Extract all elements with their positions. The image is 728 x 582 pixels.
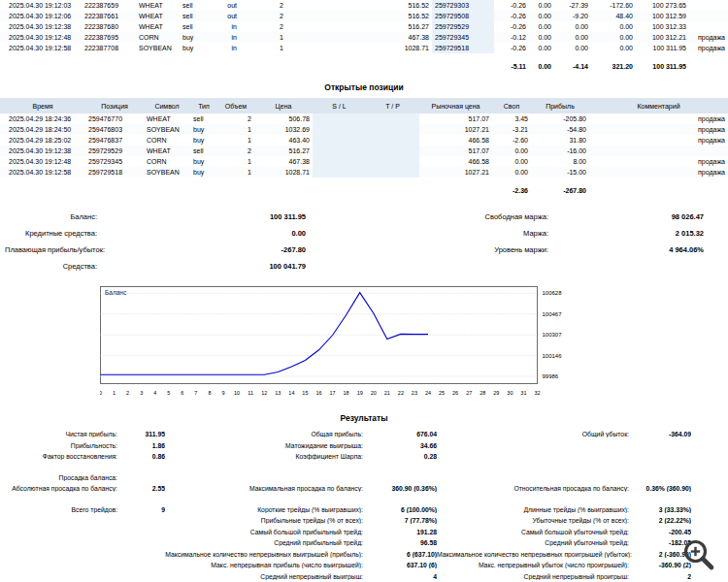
stat-label: Коэффициент Шарпа: xyxy=(165,453,367,460)
cell-volume: 2 xyxy=(217,146,254,156)
trade-report: 2025.04.30 19:12:03222387659WHEATsellout… xyxy=(0,0,728,582)
cell-time: 2025.04.30 19:12:48 xyxy=(0,32,82,43)
stat-pair: Прибыльные трейды (% от всех):7 (77.78%) xyxy=(165,517,437,524)
svg-text:99986: 99986 xyxy=(543,373,559,379)
results-row: Фактор восстановления:0.86Коэффициент Ша… xyxy=(10,451,728,463)
cell-time: 2025.04.30 19:12:38 xyxy=(0,21,82,32)
results-row: Максимальное количество непрерывных выиг… xyxy=(10,549,728,561)
cell-profit: 31.80 xyxy=(531,135,589,146)
cell-deal: 222387659 xyxy=(82,0,136,11)
cell-symbol: SOYBEAN xyxy=(144,167,190,178)
results-row: Средний непрерывный выигрыш:4Средний неп… xyxy=(10,571,728,582)
account-summary: Баланс: 100 311.95 Кредитные средства: 0… xyxy=(0,209,728,275)
cell-profit: -172.60 xyxy=(591,0,636,11)
equity-value: 100 041.79 xyxy=(97,262,306,271)
stat-value: 191.28 xyxy=(367,529,437,535)
cell-swap: -3.21 xyxy=(492,124,531,135)
cell-fee: 0.00 xyxy=(529,0,554,11)
total-fee: 0.00 xyxy=(529,53,554,72)
results-row: Средний прибыльный трейд:96.58Средний уб… xyxy=(10,537,728,549)
col-header-price: Цена xyxy=(254,98,313,113)
cell-fee: 0.00 xyxy=(529,21,554,32)
cell-time: 2025.04.30 19:12:58 xyxy=(0,167,85,178)
cell-comment: продажа xyxy=(689,43,728,53)
svg-text:21: 21 xyxy=(384,390,390,396)
stat-pair: Коэффициент Шарпа:0.28 xyxy=(165,453,437,460)
results-section: Чистая прибыль:311.95Общая прибыль:676.0… xyxy=(10,429,728,582)
col-header-time: Время xyxy=(0,98,85,113)
table-row: 2025.04.30 19:12:58222387708SOYBEANbuyin… xyxy=(0,43,728,53)
stat-label: Макс. непрерывная прибыль (число выигрыш… xyxy=(165,562,367,568)
cell-sl xyxy=(313,146,366,156)
stat-pair: Короткие трейды (% выигравших):6 (100.00… xyxy=(165,506,437,513)
stat-value: 6 (100.00%) xyxy=(367,506,437,513)
results-row: Чистая прибыль:311.95Общая прибыль:676.0… xyxy=(10,429,728,440)
stat-label: Абсолютная просадка по балансу: xyxy=(10,485,121,492)
cell-volume: 2 xyxy=(240,11,286,21)
table-row: 2025.04.30 19:12:58259729518SOYBEANbuy11… xyxy=(0,167,728,178)
stat-value: 676.04 xyxy=(367,431,437,437)
cell-tp xyxy=(366,135,419,146)
cell-price: 506.78 xyxy=(254,113,313,124)
cell-type: buy xyxy=(180,43,207,53)
cell-swap: 3.45 xyxy=(492,113,531,124)
cell-price: 467.38 xyxy=(254,156,313,167)
cell-tp xyxy=(366,146,419,156)
cell-price: 516.52 xyxy=(286,0,432,11)
cell-type: sell xyxy=(180,21,207,32)
stat-label: Максимальная просадка по балансу: xyxy=(165,485,367,492)
stat-label: Чистая прибыль: xyxy=(10,431,121,437)
cell-sl xyxy=(313,113,366,124)
svg-text:18: 18 xyxy=(344,390,349,396)
free-margin-value: 98 026.47 xyxy=(548,212,704,221)
cell-sl xyxy=(313,124,366,135)
cell-profit: -16.00 xyxy=(531,146,589,156)
cell-profit: 0.00 xyxy=(591,43,636,53)
results-row: Самый большой прибыльный трейд:191.28Сам… xyxy=(10,527,728,538)
deals-totals-row: -5.11 0.00 -4.14 321.20 100 311.95 xyxy=(0,53,728,72)
cell-commission: -0.12 xyxy=(494,32,529,43)
cell-comment: продажа xyxy=(589,156,728,167)
cell-type: sell xyxy=(190,146,217,156)
col-header-tp: T / P xyxy=(366,98,419,113)
cell-symbol: SOYBEAN xyxy=(136,43,180,53)
svg-text:28: 28 xyxy=(480,390,485,396)
zoom-in-button[interactable] xyxy=(681,537,716,572)
cell-deal: 222387680 xyxy=(82,21,136,32)
cell-symbol: CORN xyxy=(136,32,180,43)
open-positions-body: 2025.04.29 18:24:36259476770WHEATsell250… xyxy=(0,113,728,178)
stat-label: Прибыльные трейды (% от всех): xyxy=(165,517,367,524)
stat-value: 4 xyxy=(367,573,437,580)
stat-pair: Чистая прибыль:311.95 xyxy=(10,431,165,437)
positions-total-profit: -267.80 xyxy=(531,178,589,196)
chart-legend-label: Баланс xyxy=(105,289,127,296)
total-commission: -5.11 xyxy=(494,53,529,72)
cell-type: buy xyxy=(190,156,217,167)
table-row: 2025.04.30 19:12:38259729529WHEATsell251… xyxy=(0,146,728,156)
cell-comment: продажа xyxy=(589,124,728,135)
cell-profit: -54.80 xyxy=(531,124,589,135)
svg-text:27: 27 xyxy=(466,390,472,396)
stat-pair: Всего трейдов:9 xyxy=(10,506,165,513)
stat-label: Средний прибыльный трейд: xyxy=(165,539,367,546)
stat-label: Длинные трейды (% выигравших): xyxy=(437,506,633,513)
cell-price: 463.40 xyxy=(254,135,313,146)
cell-order: 259729529 xyxy=(432,21,494,32)
summary-row: Баланс: 100 311.95 xyxy=(5,209,306,225)
stat-label: Убыточные трейды (% от всех): xyxy=(437,517,633,524)
cell-sl xyxy=(313,135,366,146)
stat-value: -200.45 xyxy=(633,529,691,535)
cell-market_price: 517.07 xyxy=(419,146,492,156)
cell-commission: -0.26 xyxy=(494,11,529,21)
cell-commission: -0.26 xyxy=(494,43,529,53)
cell-position: 259476837 xyxy=(85,135,144,146)
table-row: 2025.04.29 18:24:36259476770WHEATsell250… xyxy=(0,113,728,124)
cell-type: sell xyxy=(190,113,217,124)
cell-swap: -27.39 xyxy=(554,0,591,11)
cell-tp xyxy=(366,156,419,167)
cell-market_price: 466.58 xyxy=(419,135,492,146)
stat-label: Короткие трейды (% выигравших): xyxy=(165,506,367,513)
stat-label: Общая прибыль: xyxy=(165,431,367,437)
stat-pair: Общий убыток:-364.09 xyxy=(437,431,691,437)
deals-table-body: 2025.04.30 19:12:03222387659WHEATsellout… xyxy=(0,0,728,53)
